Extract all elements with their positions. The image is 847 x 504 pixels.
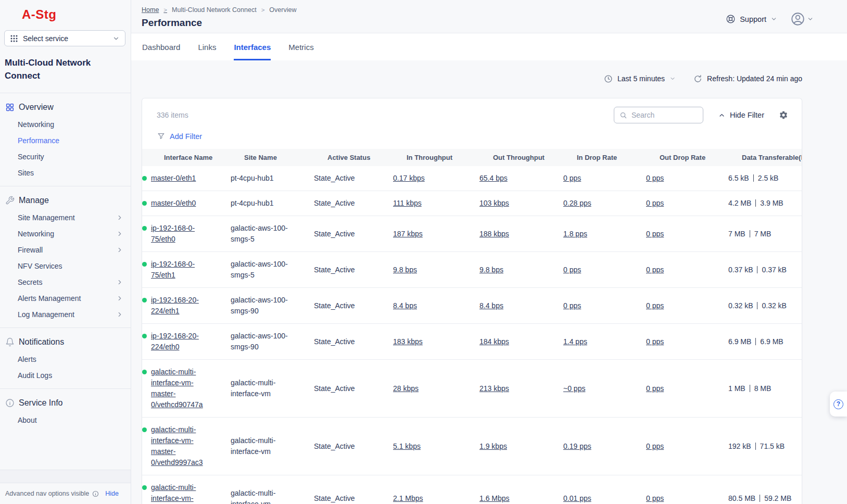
column-header[interactable]: In Drop Rate [577, 154, 660, 161]
column-header[interactable]: Active Status [327, 154, 407, 161]
out-throughput-link[interactable]: 103 kbps [479, 199, 509, 207]
user-menu[interactable] [791, 12, 814, 26]
sidebar-nav-item[interactable]: Site Management [0, 209, 131, 225]
table-row[interactable]: galactic-multi-interface-vm-master-0/vet… [142, 359, 802, 417]
tab[interactable]: Metrics [288, 33, 313, 60]
gear-icon[interactable] [779, 110, 788, 120]
sidebar-nav-item[interactable]: Alerts [0, 351, 131, 367]
sidebar-nav-item[interactable]: Security [0, 148, 131, 165]
in-throughput-link[interactable]: 9.8 bps [393, 266, 417, 274]
sidebar-nav-item[interactable]: Sites [0, 165, 131, 181]
value-divider [757, 302, 757, 309]
in-throughput-link[interactable]: 28 kbps [393, 384, 419, 393]
add-filter-button[interactable]: Add Filter [142, 123, 802, 141]
out-throughput-link[interactable]: 184 kbps [479, 337, 509, 346]
column-header[interactable]: Data Transferable(In [742, 154, 802, 161]
column-header[interactable]: Interface Name [156, 154, 244, 161]
column-header[interactable]: In Throughput [407, 154, 493, 161]
out-drop-rate-link[interactable]: 0 pps [646, 174, 664, 182]
sidebar-nav-item[interactable]: NFV Services [0, 258, 131, 274]
tab[interactable]: Interfaces [234, 33, 271, 60]
out-drop-rate-link[interactable]: 0 pps [646, 384, 664, 393]
sidebar-nav-item[interactable]: About [0, 412, 131, 428]
nav-section-service-info-header[interactable]: Service Info [0, 396, 131, 410]
search-input[interactable] [631, 111, 689, 119]
out-drop-rate-link[interactable]: 0 pps [646, 199, 664, 207]
out-drop-rate-link[interactable]: 0 pps [646, 494, 664, 502]
column-header[interactable]: Site Name [244, 154, 327, 161]
in-drop-rate-link[interactable]: 1.8 pps [563, 230, 587, 238]
nav-section-notifications-header[interactable]: Notifications [0, 335, 131, 349]
column-header[interactable]: Out Drop Rate [660, 154, 742, 161]
table-row[interactable]: galactic-multi-interface-vm-master-0/vet… [142, 417, 802, 475]
sidebar-nav-item[interactable]: Alerts Management [0, 290, 131, 306]
refresh-control[interactable]: Refresh: Updated 24 min ago [693, 74, 802, 83]
sidebar-nav-item[interactable]: Secrets [0, 274, 131, 290]
table-row[interactable]: ip-192-168-0-75/eth0 galactic-aws-100-sm… [142, 216, 802, 251]
tab[interactable]: Links [198, 33, 216, 60]
in-throughput-link[interactable]: 111 kbps [393, 199, 422, 207]
table-row[interactable]: master-0/eth1 pt-4cpu-hub1 State_Active … [142, 166, 802, 191]
out-throughput-link[interactable]: 8.4 bps [479, 301, 503, 310]
interface-name-link[interactable]: master-0/eth0 [151, 198, 196, 209]
breadcrumb-item[interactable]: Home [142, 6, 172, 14]
in-drop-rate-link[interactable]: 0.28 pps [563, 199, 591, 207]
in-throughput-link[interactable]: 183 kbps [393, 337, 423, 346]
interface-name-link[interactable]: galactic-multi-interface-vm-master-0/eth… [151, 482, 214, 504]
out-throughput-link[interactable]: 213 kbps [479, 384, 509, 393]
hide-filter-button[interactable]: Hide Filter [718, 111, 764, 119]
out-drop-rate-link[interactable]: 0 pps [646, 442, 664, 450]
in-drop-rate-link[interactable]: 1.4 pps [563, 337, 587, 346]
table-row[interactable]: ip-192-168-0-75/eth1 galactic-aws-100-sm… [142, 251, 802, 287]
interface-name-link[interactable]: ip-192-168-0-75/eth1 [151, 259, 214, 281]
out-throughput-link[interactable]: 188 kbps [479, 230, 509, 238]
in-drop-rate-link[interactable]: ~0 pps [563, 384, 585, 393]
interface-name-link[interactable]: galactic-multi-interface-vm-master-0/vet… [151, 367, 214, 410]
interface-name-link[interactable]: ip-192-168-20-224/eth0 [151, 331, 214, 352]
interface-name-link[interactable]: ip-192-168-0-75/eth0 [151, 223, 214, 245]
search-box[interactable] [614, 107, 703, 123]
table-row[interactable]: master-0/eth0 pt-4cpu-hub1 State_Active … [142, 191, 802, 216]
table-row[interactable]: galactic-multi-interface-vm-master-0/eth… [142, 475, 802, 504]
service-selector[interactable]: Select service [4, 30, 125, 46]
out-throughput-link[interactable]: 1.9 kbps [479, 442, 507, 450]
table-row[interactable]: ip-192-168-20-224/eth1 galactic-aws-100-… [142, 287, 802, 323]
sidebar-nav-item[interactable]: Performance [0, 132, 131, 148]
hide-advanced-nav-link[interactable]: Hide [105, 490, 119, 497]
in-throughput-link[interactable]: 0.17 kbps [393, 174, 425, 182]
out-drop-rate-link[interactable]: 0 pps [646, 266, 664, 274]
in-throughput-link[interactable]: 8.4 bps [393, 301, 417, 310]
out-throughput-link[interactable]: 1.6 Mbps [479, 494, 510, 502]
sidebar-nav-item[interactable]: Networking [0, 225, 131, 242]
in-throughput-link[interactable]: 5.1 kbps [393, 442, 421, 450]
time-range-select[interactable]: Last 5 minutes [604, 74, 676, 83]
column-header[interactable]: Out Throughput [493, 154, 577, 161]
sidebar-nav-item[interactable]: Firewall [0, 242, 131, 258]
interface-name-link[interactable]: master-0/eth1 [151, 173, 196, 184]
in-drop-rate-link[interactable]: 0 pps [563, 266, 581, 274]
in-throughput-link[interactable]: 187 kbps [393, 230, 423, 238]
nav-section-overview-header[interactable]: Overview [0, 100, 131, 114]
help-button[interactable]: ? [830, 392, 847, 417]
in-drop-rate-link[interactable]: 0 pps [563, 174, 581, 182]
out-throughput-link[interactable]: 9.8 bps [479, 266, 503, 274]
interface-name-link[interactable]: ip-192-168-20-224/eth1 [151, 295, 214, 317]
sidebar-nav-item[interactable]: Networking [0, 116, 131, 132]
in-throughput-link[interactable]: 2.1 Mbps [393, 494, 423, 502]
breadcrumb-item[interactable]: Multi-Cloud Network Connect [172, 6, 269, 14]
in-drop-rate-link[interactable]: 0 pps [563, 301, 581, 310]
in-drop-rate-link[interactable]: 0.01 pps [563, 494, 591, 502]
tab[interactable]: Dashboard [142, 33, 180, 60]
table-row[interactable]: ip-192-168-20-224/eth0 galactic-aws-100-… [142, 323, 802, 359]
out-drop-rate-link[interactable]: 0 pps [646, 230, 664, 238]
in-drop-rate-link[interactable]: 0.19 pps [563, 442, 591, 450]
out-throughput-link[interactable]: 65.4 bps [479, 174, 508, 182]
nav-section-manage-header[interactable]: Manage [0, 194, 131, 207]
out-drop-rate-link[interactable]: 0 pps [646, 337, 664, 346]
interface-name-link[interactable]: galactic-multi-interface-vm-master-0/vet… [151, 424, 214, 468]
breadcrumb-item[interactable]: Overview [269, 6, 296, 14]
sidebar-nav-item[interactable]: Log Management [0, 306, 131, 322]
out-drop-rate-link[interactable]: 0 pps [646, 301, 664, 310]
sidebar-nav-item[interactable]: Audit Logs [0, 367, 131, 383]
support-menu[interactable]: Support [726, 14, 777, 24]
